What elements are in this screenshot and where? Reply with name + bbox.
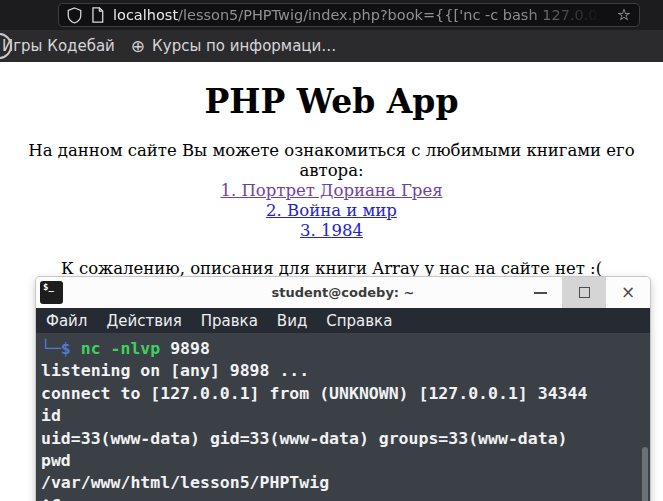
- shell-prompt: └─$: [41, 339, 81, 358]
- url-text[interactable]: localhost/lesson5/PHPTwig/index.php?book…: [113, 7, 611, 23]
- maximize-icon: [579, 287, 590, 298]
- menu-view[interactable]: Вид: [277, 312, 307, 330]
- menu-file[interactable]: Файл: [46, 312, 87, 330]
- book-link-3[interactable]: 3. 1984: [300, 221, 363, 240]
- globe-icon: ⊕: [131, 38, 145, 55]
- terminal-line: pwd: [41, 450, 650, 472]
- terminal-menubar: Файл Действия Правка Вид Справка: [36, 308, 650, 333]
- close-icon: ×: [621, 284, 635, 301]
- book-link-1[interactable]: 1. Портрет Дориана Грея: [220, 181, 442, 200]
- url-host: localhost: [113, 7, 178, 23]
- terminal-titlebar[interactable]: $_ student@codeby: ~ ×: [36, 277, 650, 308]
- page-title: PHP Web App: [0, 82, 663, 121]
- scrollbar-thumb[interactable]: [642, 447, 648, 501]
- bookmark-label: Игры Кодебай: [2, 37, 115, 55]
- terminal-output[interactable]: └─$ nc -nlvp 9898 listening on [any] 989…: [36, 333, 650, 501]
- close-button[interactable]: ×: [606, 277, 650, 308]
- bookmark-label: Курсы по информаци…: [152, 37, 336, 55]
- no-description-notice: К сожалению, описания для книги Array у …: [0, 259, 663, 278]
- bookmark-kursy[interactable]: ⊕ Курсы по информаци…: [123, 30, 344, 62]
- maximize-button[interactable]: [562, 277, 606, 308]
- terminal-window: $_ student@codeby: ~ × Файл Действия Пра…: [36, 277, 650, 501]
- bookmark-igry-kodebay[interactable]: Игры Кодебай: [0, 30, 123, 62]
- terminal-line: listening on [any] 9898 ...: [41, 360, 650, 382]
- terminal-app-icon: $_: [40, 281, 63, 304]
- window-controls: ×: [518, 277, 650, 308]
- minimize-button[interactable]: [518, 277, 562, 308]
- address-bar[interactable]: localhost/lesson5/PHPTwig/index.php?book…: [58, 3, 640, 27]
- terminal-line: connect to [127.0.0.1] from (UNKNOWN) [1…: [41, 383, 650, 405]
- page-icon: [91, 7, 104, 23]
- intro-block: На данном сайте Вы можете ознакомиться с…: [0, 141, 663, 241]
- url-path: /lesson5/PHPTwig/index.php?book={{['nc -…: [178, 7, 611, 23]
- terminal-line: /var/www/html/lesson5/PHPTwig: [41, 472, 650, 494]
- book-link-2[interactable]: 2. Война и мир: [266, 201, 397, 220]
- intro-text: На данном сайте Вы можете ознакомиться с…: [28, 141, 634, 180]
- minimize-icon: [534, 292, 547, 294]
- command-nc: nc: [81, 339, 101, 358]
- command-args: -nlvp: [101, 339, 161, 358]
- terminal-line-prompt: └─$ nc -nlvp 9898: [41, 338, 650, 360]
- menu-actions[interactable]: Действия: [106, 312, 181, 330]
- terminal-line: id: [41, 405, 650, 427]
- browser-toolbar: localhost/lesson5/PHPTwig/index.php?book…: [0, 0, 663, 30]
- shield-icon: [67, 7, 82, 24]
- menu-edit[interactable]: Правка: [201, 312, 258, 330]
- bookmark-star-icon[interactable]: ☆: [617, 7, 631, 23]
- menu-help[interactable]: Справка: [326, 312, 392, 330]
- terminal-line: ^C: [41, 495, 650, 501]
- command-port: 9898: [160, 339, 210, 358]
- terminal-line: uid=33(www-data) gid=33(www-data) groups…: [41, 428, 650, 450]
- bookmarks-bar: Игры Кодебай ⊕ Курсы по информаци…: [0, 30, 663, 62]
